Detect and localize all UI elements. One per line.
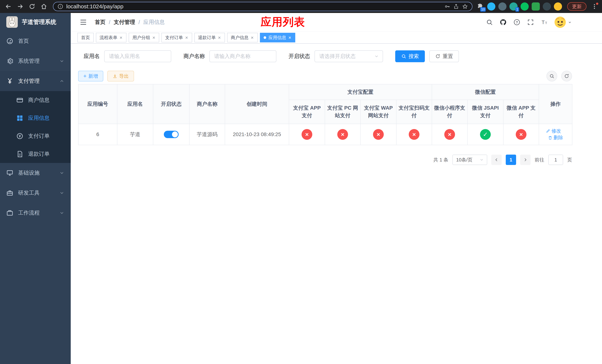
monitor-icon	[6, 169, 13, 176]
password-key-icon[interactable]	[444, 3, 450, 10]
sidebar-item-infra[interactable]: 基础设施	[0, 163, 71, 183]
search-button[interactable]: 搜索	[395, 50, 425, 62]
content: 应用名 商户名称 开启状态 请选择开启状态 搜索 重置	[78, 50, 572, 165]
font-size-icon[interactable]: TT	[540, 19, 548, 26]
tab-close-icon[interactable]: ×	[250, 35, 254, 40]
sidebar-toggle-button[interactable]	[80, 19, 87, 26]
tab-app-info-active[interactable]: 应用信息 ×	[260, 33, 295, 43]
sidebar-item-label: 退款订单	[28, 150, 50, 158]
site-info-icon[interactable]	[57, 3, 63, 10]
tab-home[interactable]: 首页	[77, 33, 94, 43]
sidebar-item-label: 基础设施	[18, 169, 40, 177]
sidebar-item-devtools[interactable]: 研发工具	[0, 183, 71, 203]
fullscreen-icon[interactable]	[527, 19, 534, 26]
address-bar[interactable]: localhost:1024/pay/app	[53, 2, 473, 11]
help-icon[interactable]: ?	[513, 19, 521, 26]
breadcrumb-home[interactable]: 首页	[95, 19, 106, 26]
extensions-puzzle-icon[interactable]: 10	[476, 2, 484, 11]
col-header-wx-app: 微信 APP 支付	[503, 100, 539, 124]
home-button[interactable]	[39, 1, 49, 12]
tab-close-icon[interactable]: ×	[185, 35, 188, 40]
page-size-select[interactable]: 10条/页	[452, 155, 487, 165]
sidebar-item-workflow[interactable]: 工作流程	[0, 203, 71, 223]
sidebar-item-refund-order[interactable]: 退款订单	[0, 145, 71, 163]
browser-update-button[interactable]: 更新	[567, 2, 586, 11]
grid-icon	[16, 115, 23, 122]
extension-icon-emoji[interactable]	[554, 2, 562, 11]
page-size-value: 10条/页	[456, 157, 473, 163]
cell-id: 6	[78, 124, 117, 145]
status-toggle[interactable]	[164, 131, 179, 138]
status-icon: ×	[516, 129, 527, 140]
document-icon	[16, 150, 23, 158]
refresh-icon	[564, 74, 569, 79]
tab-close-icon[interactable]: ×	[119, 35, 123, 40]
url-text[interactable]: localhost:1024/pay/app	[66, 3, 441, 10]
browser-toolbar: localhost:1024/pay/app 10 1 更新	[0, 0, 602, 13]
tab-close-icon[interactable]: ×	[152, 35, 155, 40]
share-icon[interactable]	[453, 3, 459, 10]
prev-page-button[interactable]	[491, 155, 502, 165]
main-area: 首页 / 支付管理 / 应用信息 应用列表 ? TT	[71, 13, 602, 364]
extension-icon-1[interactable]	[487, 2, 495, 11]
cell-wx-app: ×	[503, 124, 539, 145]
sidebar-item-home[interactable]: 首页	[0, 31, 71, 51]
edit-button-label: 修改	[551, 128, 561, 134]
tab-close-icon[interactable]: ×	[288, 35, 291, 40]
payment-submenu: 商户信息 应用信息 支付订单 退款订单	[0, 91, 71, 163]
forward-arrow-icon	[17, 3, 23, 10]
merchant-name-input[interactable]	[209, 50, 276, 62]
reload-button[interactable]	[27, 1, 37, 12]
extension-icon-5[interactable]	[532, 2, 540, 11]
cell-wx-jsapi: ✓	[467, 124, 503, 145]
refresh-table-button[interactable]	[561, 71, 572, 81]
search-button-label: 搜索	[408, 53, 419, 60]
breadcrumb-section[interactable]: 支付管理	[114, 19, 135, 26]
delete-button[interactable]: 删除	[548, 134, 563, 141]
tab-refund-order[interactable]: 退款订单 ×	[194, 33, 225, 43]
breadcrumb-separator: /	[109, 19, 110, 25]
chevron-up-icon	[59, 78, 64, 84]
status-select[interactable]: 请选择开启状态	[314, 50, 383, 62]
extension-icon-2[interactable]	[498, 2, 506, 11]
sidebar-item-system[interactable]: 系统管理	[0, 51, 71, 71]
back-button[interactable]	[3, 1, 14, 12]
edit-button[interactable]: 修改	[546, 128, 561, 134]
extension-icon-6[interactable]	[543, 2, 551, 11]
tab-pay-order[interactable]: 支付订单 ×	[161, 33, 192, 43]
tab-label: 退款订单	[198, 35, 216, 41]
bookmark-star-icon[interactable]	[462, 3, 468, 10]
sidebar-item-pay-order[interactable]: 支付订单	[0, 127, 71, 145]
next-page-button[interactable]	[520, 155, 531, 165]
github-icon[interactable]	[499, 19, 507, 26]
sidebar-item-merchant-info[interactable]: 商户信息	[0, 91, 71, 109]
tab-user-group[interactable]: 用户分组 ×	[129, 33, 159, 43]
browser-menu-button[interactable]	[590, 2, 599, 11]
tab-close-icon[interactable]: ×	[218, 35, 221, 40]
sidebar-item-label: 支付管理	[18, 77, 40, 85]
user-avatar-menu[interactable]	[554, 16, 572, 28]
page-number-button[interactable]: 1	[506, 155, 516, 165]
toggle-search-button[interactable]	[547, 71, 557, 81]
tab-process-form[interactable]: 流程表单 ×	[96, 33, 127, 43]
forward-button[interactable]	[15, 1, 26, 12]
goto-page-input[interactable]	[548, 155, 563, 165]
chevron-down-icon	[374, 54, 379, 59]
extension-icon-wechat[interactable]	[521, 2, 529, 11]
tab-label: 应用信息	[269, 35, 286, 41]
tab-merchant-info[interactable]: 商户信息 ×	[227, 33, 258, 43]
tab-label: 用户分组	[132, 35, 150, 41]
search-icon[interactable]	[486, 19, 493, 26]
reset-button-label: 重置	[443, 53, 453, 60]
sidebar-logo[interactable]: 芋道管理系统	[0, 13, 71, 31]
export-button[interactable]: 导出	[107, 71, 134, 81]
extensions-badge: 10	[480, 7, 486, 12]
reset-button[interactable]: 重置	[429, 50, 459, 62]
tags-view-bar: 首页 流程表单 × 用户分组 × 支付订单 × 退款订单 × 商户信息 × 应用…	[71, 32, 602, 44]
extension-icon-3[interactable]: 1	[509, 2, 517, 11]
app-name-input[interactable]	[104, 50, 171, 62]
sidebar-item-payment[interactable]: 支付管理	[0, 71, 71, 91]
add-button[interactable]: + 新增	[78, 71, 103, 81]
sidebar-item-app-info[interactable]: 应用信息	[0, 109, 71, 127]
col-header-ops: 操作	[539, 84, 572, 124]
